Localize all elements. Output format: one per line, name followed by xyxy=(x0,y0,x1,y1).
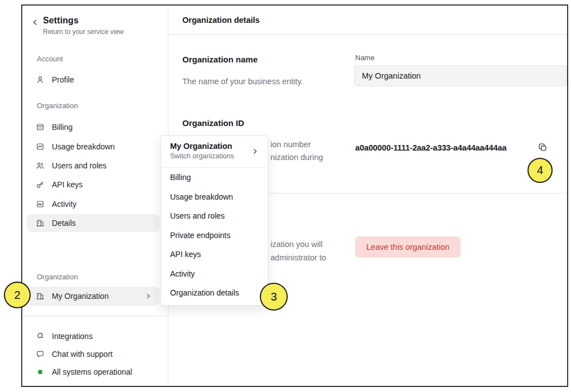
sidebar-item-billing[interactable]: Billing xyxy=(27,119,159,135)
sidebar-item-label: Billing xyxy=(52,123,72,132)
sidebar-item-label: Users and roles xyxy=(52,161,107,170)
sidebar-item-label: Profile xyxy=(52,75,74,84)
organization-name-input[interactable] xyxy=(354,65,567,86)
usage-chart-icon xyxy=(36,142,45,151)
sidebar-item-label: Details xyxy=(52,219,76,228)
status-green-dot-icon xyxy=(38,370,42,374)
dropdown-org-subtitle: Switch organizations xyxy=(170,152,260,160)
org-name-heading: Organization name xyxy=(182,55,258,64)
settings-sidebar: Settings Return to your service view Acc… xyxy=(22,6,168,386)
name-field-label: Name xyxy=(355,54,375,62)
org-id-heading: Organization ID xyxy=(182,118,244,128)
org-id-description-fragment-1: ion number xyxy=(270,140,311,149)
sidebar-item-details[interactable]: Details xyxy=(27,214,159,232)
annotation-step-4-badge: 4 xyxy=(528,158,553,183)
dropdown-item-usage-breakdown[interactable]: Usage breakdown xyxy=(161,187,268,207)
divider xyxy=(22,316,168,316)
sidebar-item-usage-breakdown[interactable]: Usage breakdown xyxy=(27,139,159,154)
sidebar-header: Settings Return to your service view xyxy=(31,16,124,36)
section-label-account: Account xyxy=(37,55,63,63)
sidebar-item-api-keys[interactable]: API keys xyxy=(27,177,159,192)
sidebar-item-label: API keys xyxy=(52,180,83,189)
copy-icon[interactable] xyxy=(538,141,550,153)
settings-title: Settings xyxy=(43,16,124,26)
sidebar-item-label: Activity xyxy=(52,200,76,209)
org-id-description-fragment-2: nization during xyxy=(270,153,323,162)
dropdown-item-organization-details[interactable]: Organization details xyxy=(161,283,268,303)
organization-switcher-dropdown: My Organization Switch organizations Bil… xyxy=(161,135,268,306)
section-label-organization-2: Organization xyxy=(37,273,78,281)
sidebar-item-my-organization[interactable]: My Organization xyxy=(27,287,159,306)
leave-organization-button[interactable]: Leave this organization xyxy=(355,236,461,258)
person-icon xyxy=(36,75,45,84)
chevron-right-icon xyxy=(145,293,152,299)
annotation-step-3-badge: 3 xyxy=(260,283,288,311)
puzzle-icon xyxy=(36,332,45,341)
chat-bubble-icon xyxy=(36,350,45,359)
building-icon xyxy=(36,219,45,228)
back-chevron-icon[interactable] xyxy=(31,18,39,26)
building-icon xyxy=(36,292,45,301)
dropdown-item-activity[interactable]: Activity xyxy=(161,264,268,284)
leave-description-fragment-2: administrator to xyxy=(270,253,326,262)
status-label: All systems operational xyxy=(52,367,132,376)
dropdown-item-users-and-roles[interactable]: Users and roles xyxy=(161,206,268,226)
sidebar-item-profile[interactable]: Profile xyxy=(27,72,159,88)
users-icon xyxy=(36,161,45,170)
sidebar-item-label: Chat with support xyxy=(52,350,113,359)
sidebar-item-users-and-roles[interactable]: Users and roles xyxy=(27,158,159,173)
annotation-step-2-badge: 2 xyxy=(4,282,31,308)
app-window: Settings Return to your service view Acc… xyxy=(21,4,568,387)
chevron-right-icon xyxy=(251,148,259,155)
sidebar-item-chat-support[interactable]: Chat with support xyxy=(27,346,159,362)
dropdown-org-name: My Organization xyxy=(170,142,260,151)
dropdown-item-billing[interactable]: Billing xyxy=(161,168,268,187)
dropdown-header-my-organization[interactable]: My Organization Switch organizations xyxy=(161,136,268,168)
sidebar-item-label: Usage breakdown xyxy=(52,142,115,151)
sidebar-item-activity[interactable]: Activity xyxy=(27,196,159,212)
sidebar-item-label: Integrations xyxy=(52,332,93,341)
organization-id-value: a0a00000-1111-2aa2-a333-a4a44aa444aa xyxy=(355,143,506,152)
dropdown-item-api-keys[interactable]: API keys xyxy=(161,245,268,264)
billing-icon xyxy=(36,123,45,132)
sidebar-item-integrations[interactable]: Integrations xyxy=(27,328,159,344)
settings-subtitle: Return to your service view xyxy=(43,28,124,36)
org-name-description: The name of your business entity. xyxy=(182,77,303,86)
page-title: Organization details xyxy=(168,6,567,35)
key-icon xyxy=(36,180,45,189)
system-status[interactable]: All systems operational xyxy=(27,364,159,380)
dropdown-item-private-endpoints[interactable]: Private endpoints xyxy=(161,226,268,245)
section-label-organization: Organization xyxy=(37,101,78,110)
activity-icon xyxy=(36,200,45,209)
leave-description-fragment-1: ization you will xyxy=(270,240,323,249)
sidebar-item-label: My Organization xyxy=(52,292,109,301)
